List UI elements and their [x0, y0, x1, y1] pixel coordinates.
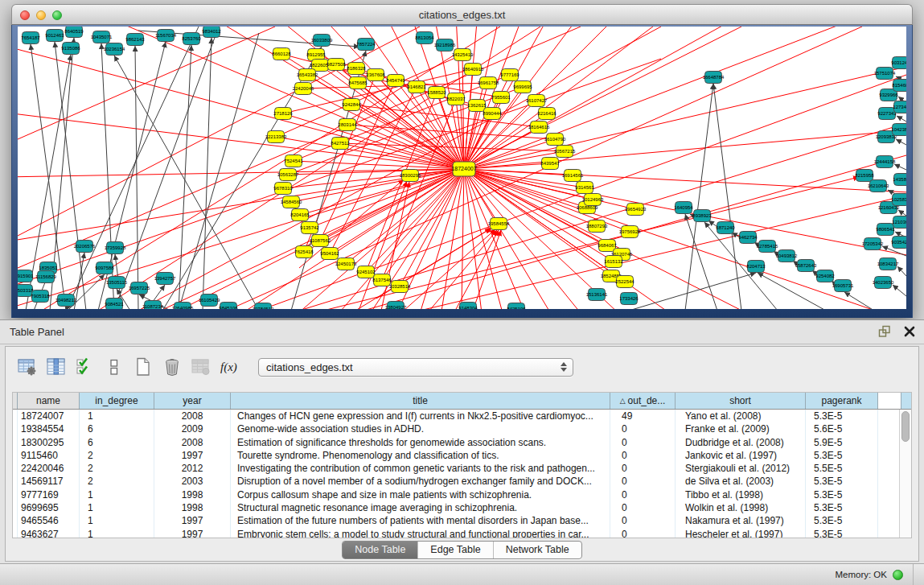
network-node[interactable]: 2803144: [338, 119, 357, 131]
tab-node-table[interactable]: Node Table: [343, 542, 417, 558]
network-node[interactable]: 10498213: [55, 295, 77, 307]
network-node[interactable]: 7524541: [284, 155, 303, 167]
network-node[interactable]: 2522544: [615, 276, 634, 288]
network-node[interactable]: 9845106: [219, 303, 238, 310]
network-node[interactable]: 8813054: [415, 32, 434, 44]
network-node[interactable]: 16905731: [832, 280, 854, 292]
network-node[interactable]: 9012463: [45, 30, 64, 42]
table-row[interactable]: 911546021997Tourette syndrome. Phenomeno…: [13, 449, 911, 462]
tab-edge-table[interactable]: Edge Table: [417, 542, 492, 558]
network-node[interactable]: 18807293: [586, 220, 608, 233]
network-node[interactable]: 16914561: [562, 170, 584, 182]
close-panel-icon[interactable]: [903, 325, 916, 338]
network-node[interactable]: 11087234: [142, 301, 164, 310]
show-columns-button[interactable]: [44, 355, 68, 379]
network-node[interactable]: 8204713: [746, 261, 766, 273]
network-node[interactable]: 3915901: [18, 270, 34, 282]
network-node[interactable]: 8427512: [331, 138, 350, 150]
network-node[interactable]: 1210365: [892, 216, 906, 229]
network-node[interactable]: 8822037: [446, 93, 466, 105]
network-node[interactable]: 8154602: [892, 80, 906, 92]
table-row[interactable]: 2242004622012Investigating the contribut…: [13, 462, 911, 475]
network-node[interactable]: 1733426: [619, 293, 639, 305]
network-node[interactable]: 18724007: [451, 162, 476, 176]
network-node[interactable]: 10493812: [776, 250, 798, 262]
network-node[interactable]: 22420046: [293, 83, 314, 95]
network-node[interactable]: 14325419: [452, 49, 474, 61]
network-node[interactable]: 19584554: [488, 218, 510, 230]
table-row[interactable]: 969969511998Structural magnetic resonanc…: [13, 501, 911, 514]
network-node[interactable]: 14023650: [873, 277, 894, 289]
network-node[interactable]: 13942757: [154, 273, 176, 285]
network-node[interactable]: 9254082: [815, 270, 835, 282]
network-node[interactable]: 12444158: [874, 156, 896, 168]
network-node[interactable]: 19654923: [625, 204, 647, 216]
table-vertical-scrollbar[interactable]: [899, 410, 911, 538]
function-builder-button[interactable]: f(x): [218, 355, 242, 379]
network-node[interactable]: 7654187: [21, 32, 40, 44]
network-node[interactable]: 2367608: [366, 69, 385, 81]
column-header-year[interactable]: year: [154, 393, 231, 409]
network-node[interactable]: 7905318: [31, 290, 50, 303]
network-node[interactable]: 10435071: [91, 31, 113, 43]
network-node[interactable]: 9031245: [891, 57, 906, 69]
network-node[interactable]: 1615132: [604, 256, 623, 268]
network-node[interactable]: 9242844: [342, 99, 361, 111]
network-node[interactable]: 16210643: [868, 180, 889, 192]
network-node[interactable]: 12213383: [265, 131, 287, 143]
network-node[interactable]: 9084521: [105, 299, 124, 310]
network-node[interactable]: 7625418: [294, 246, 314, 258]
network-node[interactable]: 9777169: [500, 69, 519, 81]
delete-table-button[interactable]: [189, 355, 213, 379]
network-node[interactable]: 19218986: [434, 39, 456, 51]
citation-network-graph[interactable]: 7654187901246386405191043507198621431156…: [18, 27, 906, 309]
network-node[interactable]: 16107427: [526, 95, 548, 107]
network-node[interactable]: 18300295: [400, 170, 421, 182]
network-node[interactable]: 16957225: [129, 282, 150, 295]
network-node[interactable]: 1042385: [891, 124, 906, 136]
network-node[interactable]: 16104790: [544, 134, 566, 146]
minimize-window-button[interactable]: [36, 10, 46, 20]
window-titlebar[interactable]: citations_edges.txt: [11, 4, 913, 25]
network-node[interactable]: 8204165: [290, 209, 310, 221]
network-node[interactable]: 10563287: [277, 169, 299, 181]
network-node[interactable]: 12785415: [757, 241, 778, 253]
column-header-out_degree[interactable]: △out_de...: [610, 393, 676, 409]
create-column-button[interactable]: [131, 355, 155, 379]
network-node[interactable]: 8454749: [386, 75, 405, 87]
network-node[interactable]: 9035421: [891, 237, 906, 249]
column-header-pagerank[interactable]: pagerank: [806, 393, 878, 409]
network-node[interactable]: 20206576: [74, 241, 96, 253]
network-node[interactable]: 10124963: [582, 194, 604, 206]
column-header-title[interactable]: title: [231, 393, 610, 409]
network-node[interactable]: 6871240: [716, 222, 735, 234]
network-node[interactable]: 9245102: [356, 266, 376, 278]
table-row[interactable]: 946554611997Estimation of the future num…: [13, 514, 911, 527]
select-all-columns-button[interactable]: [73, 355, 97, 379]
table-row[interactable]: 1872400712008Changes of HCN gene express…: [13, 410, 911, 422]
network-node[interactable]: 13804927: [385, 302, 407, 310]
network-node[interactable]: 1588520: [427, 87, 446, 99]
network-node[interactable]: 10784512: [253, 303, 274, 310]
network-node[interactable]: 10567215: [554, 146, 576, 158]
delete-column-button[interactable]: [160, 355, 184, 379]
network-node[interactable]: 18640910: [462, 64, 484, 76]
network-node[interactable]: 8938923: [692, 210, 712, 222]
network-node[interactable]: 8186328: [347, 63, 366, 75]
network-node[interactable]: 11156829: [35, 271, 56, 283]
network-node[interactable]: 8990444: [483, 108, 502, 120]
network-node[interactable]: 16105429: [199, 295, 220, 307]
table-select-dropdown[interactable]: citations_edges.txt: [258, 358, 573, 377]
network-node[interactable]: 9806541: [876, 224, 895, 236]
network-node[interactable]: 15872643: [795, 260, 817, 272]
network-node[interactable]: 10236154: [104, 43, 125, 56]
network-node[interactable]: 1273405: [893, 101, 906, 113]
table-row[interactable]: 1456911722003Disruption of a novel membe…: [13, 475, 911, 488]
network-node[interactable]: 17359928: [105, 242, 126, 254]
network-node[interactable]: 2718126: [273, 108, 293, 120]
table-row[interactable]: 977716911998Corpus callosum shape and si…: [13, 488, 911, 501]
network-node[interactable]: 12640985: [172, 303, 194, 310]
column-header-name[interactable]: name: [18, 393, 80, 409]
tab-network-table[interactable]: Network Table: [493, 542, 581, 558]
network-node[interactable]: 9862143: [125, 34, 145, 46]
